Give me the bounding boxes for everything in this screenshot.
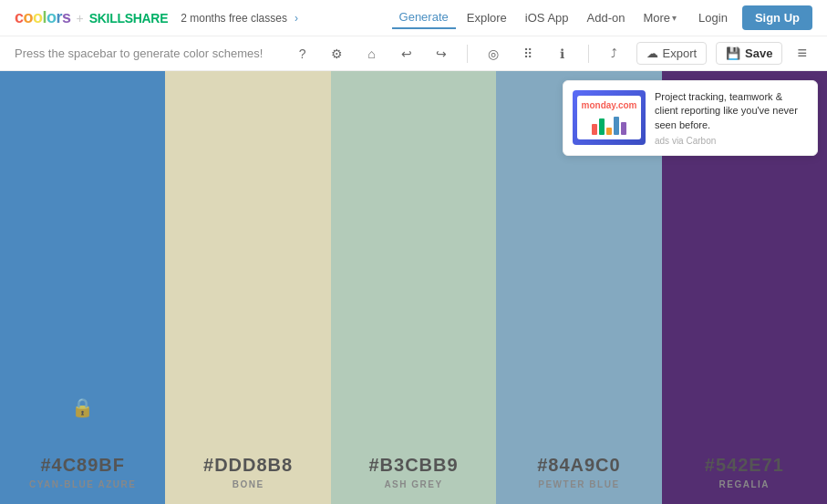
header: coolors + SKILLSHARE 2 months free class…: [0, 0, 827, 36]
toolbar-divider: [467, 45, 468, 63]
ad-headline: Project tracking, teamwork & client repo…: [655, 90, 808, 132]
swatch-hex-3: #84A9C0: [537, 455, 621, 476]
redo-icon[interactable]: ↪: [429, 41, 454, 67]
skillshare-logo[interactable]: SKILLSHARE: [89, 11, 168, 26]
color-swatch-0[interactable]: 🔒 #4C89BF CYAN-BLUE AZURE: [0, 71, 165, 504]
coolors-logo[interactable]: coolors: [15, 8, 71, 27]
chevron-down-icon: ▾: [672, 13, 677, 23]
ad-image: monday.com: [573, 90, 646, 145]
export-button[interactable]: ☁ Export: [636, 42, 708, 65]
color-swatch-1[interactable]: #DDD8B8 BONE: [165, 71, 330, 504]
swatch-hex-0: #4C89BF: [40, 455, 125, 476]
login-button[interactable]: Login: [691, 7, 735, 28]
nav-links: Generate Explore iOS App Add-on More ▾: [392, 6, 685, 29]
monday-logo: monday.com: [582, 100, 637, 110]
color-swatch-2[interactable]: #B3CBB9 ASH GREY: [331, 71, 496, 504]
nav-more-dropdown[interactable]: More ▾: [636, 7, 684, 28]
cloud-upload-icon: ☁: [646, 46, 658, 60]
swatch-name-4: REGALIA: [719, 479, 770, 489]
toolbar-icons: ? ⚙ ⌂ ↩ ↪ ◎ ⠿ ℹ ⤴ ☁ Export 💾 Save ≡: [290, 40, 812, 67]
ad-popup: monday.com Project tracking, teamwork & …: [563, 80, 818, 156]
spacebar-hint: Press the spacebar to generate color sch…: [15, 46, 290, 60]
grid-icon[interactable]: ⠿: [515, 41, 541, 67]
toolbar: Press the spacebar to generate color sch…: [0, 36, 827, 71]
ad-image-inner: monday.com: [577, 96, 641, 139]
eye-icon[interactable]: ◎: [481, 41, 506, 67]
settings-icon[interactable]: ⚙: [325, 41, 350, 67]
undo-icon[interactable]: ↩: [394, 41, 419, 67]
hamburger-menu-button[interactable]: ≡: [791, 40, 812, 67]
info-icon[interactable]: ℹ: [550, 41, 575, 67]
plus-sign: +: [77, 11, 84, 26]
lock-icon[interactable]: 🔒: [71, 396, 94, 418]
save-button[interactable]: 💾 Save: [716, 42, 782, 65]
save-icon: 💾: [726, 46, 740, 60]
save-label: Save: [745, 46, 772, 60]
swatch-hex-2: #B3CBB9: [368, 455, 458, 476]
help-icon[interactable]: ?: [290, 41, 315, 67]
promo-text: 2 months free classes: [181, 12, 287, 25]
swatch-name-0: CYAN-BLUE AZURE: [29, 479, 136, 489]
toolbar-divider2: [588, 45, 589, 63]
promo-arrow: ›: [295, 12, 298, 25]
nav-add-on[interactable]: Add-on: [580, 7, 633, 28]
share-icon[interactable]: ⤴: [602, 41, 627, 67]
auth-buttons: Login Sign Up: [691, 5, 812, 30]
swatch-hex-1: #DDD8B8: [203, 455, 293, 476]
ad-via: ads via Carbon: [655, 136, 808, 146]
nav-ios-app[interactable]: iOS App: [518, 7, 576, 28]
swatches-container: 🔒 #4C89BF CYAN-BLUE AZURE #DDD8B8 BONE #…: [0, 71, 827, 504]
swatch-name-2: ASH GREY: [384, 479, 442, 489]
logo-area: coolors + SKILLSHARE 2 months free class…: [15, 8, 298, 27]
swatch-name-1: BONE: [233, 479, 264, 489]
ad-text: Project tracking, teamwork & client repo…: [655, 90, 808, 146]
swatch-name-3: PEWTER BLUE: [538, 479, 619, 489]
swatch-hex-4: #542E71: [705, 455, 784, 476]
export-label: Export: [663, 46, 698, 60]
nav-generate[interactable]: Generate: [392, 6, 456, 29]
signup-button[interactable]: Sign Up: [742, 5, 812, 30]
home-icon[interactable]: ⌂: [359, 41, 385, 67]
nav-more-label: More: [643, 11, 670, 25]
ad-chart: [592, 117, 626, 135]
nav-explore[interactable]: Explore: [460, 7, 514, 28]
